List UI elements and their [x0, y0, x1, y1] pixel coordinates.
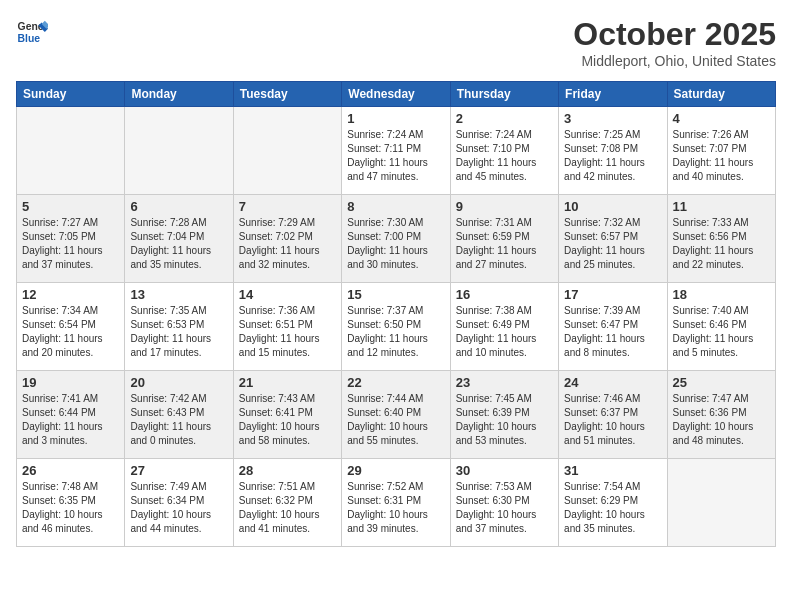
day-number: 1: [347, 111, 444, 126]
day-info: Sunrise: 7:37 AM Sunset: 6:50 PM Dayligh…: [347, 304, 444, 360]
day-info: Sunrise: 7:27 AM Sunset: 7:05 PM Dayligh…: [22, 216, 119, 272]
day-info: Sunrise: 7:35 AM Sunset: 6:53 PM Dayligh…: [130, 304, 227, 360]
day-number: 4: [673, 111, 770, 126]
day-number: 7: [239, 199, 336, 214]
calendar-week-row: 19Sunrise: 7:41 AM Sunset: 6:44 PM Dayli…: [17, 371, 776, 459]
weekday-header-thursday: Thursday: [450, 82, 558, 107]
day-info: Sunrise: 7:34 AM Sunset: 6:54 PM Dayligh…: [22, 304, 119, 360]
day-info: Sunrise: 7:53 AM Sunset: 6:30 PM Dayligh…: [456, 480, 553, 536]
calendar-cell: 19Sunrise: 7:41 AM Sunset: 6:44 PM Dayli…: [17, 371, 125, 459]
logo: General Blue: [16, 16, 48, 48]
calendar-cell: 10Sunrise: 7:32 AM Sunset: 6:57 PM Dayli…: [559, 195, 667, 283]
calendar-cell: 5Sunrise: 7:27 AM Sunset: 7:05 PM Daylig…: [17, 195, 125, 283]
day-info: Sunrise: 7:24 AM Sunset: 7:11 PM Dayligh…: [347, 128, 444, 184]
location: Middleport, Ohio, United States: [573, 53, 776, 69]
day-info: Sunrise: 7:52 AM Sunset: 6:31 PM Dayligh…: [347, 480, 444, 536]
day-number: 30: [456, 463, 553, 478]
day-info: Sunrise: 7:29 AM Sunset: 7:02 PM Dayligh…: [239, 216, 336, 272]
calendar-cell: 8Sunrise: 7:30 AM Sunset: 7:00 PM Daylig…: [342, 195, 450, 283]
day-info: Sunrise: 7:38 AM Sunset: 6:49 PM Dayligh…: [456, 304, 553, 360]
weekday-header-saturday: Saturday: [667, 82, 775, 107]
day-info: Sunrise: 7:26 AM Sunset: 7:07 PM Dayligh…: [673, 128, 770, 184]
weekday-header-row: SundayMondayTuesdayWednesdayThursdayFrid…: [17, 82, 776, 107]
calendar-cell: 30Sunrise: 7:53 AM Sunset: 6:30 PM Dayli…: [450, 459, 558, 547]
day-info: Sunrise: 7:25 AM Sunset: 7:08 PM Dayligh…: [564, 128, 661, 184]
day-number: 2: [456, 111, 553, 126]
calendar-cell: 12Sunrise: 7:34 AM Sunset: 6:54 PM Dayli…: [17, 283, 125, 371]
calendar-cell: 15Sunrise: 7:37 AM Sunset: 6:50 PM Dayli…: [342, 283, 450, 371]
calendar-week-row: 1Sunrise: 7:24 AM Sunset: 7:11 PM Daylig…: [17, 107, 776, 195]
day-number: 18: [673, 287, 770, 302]
calendar-cell: 3Sunrise: 7:25 AM Sunset: 7:08 PM Daylig…: [559, 107, 667, 195]
calendar-cell: [233, 107, 341, 195]
calendar-cell: 24Sunrise: 7:46 AM Sunset: 6:37 PM Dayli…: [559, 371, 667, 459]
calendar-cell: 27Sunrise: 7:49 AM Sunset: 6:34 PM Dayli…: [125, 459, 233, 547]
calendar-cell: [125, 107, 233, 195]
calendar-cell: [17, 107, 125, 195]
day-info: Sunrise: 7:43 AM Sunset: 6:41 PM Dayligh…: [239, 392, 336, 448]
day-info: Sunrise: 7:41 AM Sunset: 6:44 PM Dayligh…: [22, 392, 119, 448]
day-number: 13: [130, 287, 227, 302]
calendar-cell: 17Sunrise: 7:39 AM Sunset: 6:47 PM Dayli…: [559, 283, 667, 371]
weekday-header-wednesday: Wednesday: [342, 82, 450, 107]
day-number: 25: [673, 375, 770, 390]
day-number: 12: [22, 287, 119, 302]
day-info: Sunrise: 7:40 AM Sunset: 6:46 PM Dayligh…: [673, 304, 770, 360]
day-number: 27: [130, 463, 227, 478]
calendar-cell: 6Sunrise: 7:28 AM Sunset: 7:04 PM Daylig…: [125, 195, 233, 283]
day-info: Sunrise: 7:47 AM Sunset: 6:36 PM Dayligh…: [673, 392, 770, 448]
day-number: 23: [456, 375, 553, 390]
day-number: 16: [456, 287, 553, 302]
svg-text:Blue: Blue: [18, 33, 41, 44]
day-info: Sunrise: 7:32 AM Sunset: 6:57 PM Dayligh…: [564, 216, 661, 272]
calendar-cell: 1Sunrise: 7:24 AM Sunset: 7:11 PM Daylig…: [342, 107, 450, 195]
day-number: 14: [239, 287, 336, 302]
day-info: Sunrise: 7:28 AM Sunset: 7:04 PM Dayligh…: [130, 216, 227, 272]
calendar-cell: 28Sunrise: 7:51 AM Sunset: 6:32 PM Dayli…: [233, 459, 341, 547]
day-number: 29: [347, 463, 444, 478]
calendar-cell: 2Sunrise: 7:24 AM Sunset: 7:10 PM Daylig…: [450, 107, 558, 195]
day-number: 17: [564, 287, 661, 302]
day-info: Sunrise: 7:42 AM Sunset: 6:43 PM Dayligh…: [130, 392, 227, 448]
calendar-cell: 20Sunrise: 7:42 AM Sunset: 6:43 PM Dayli…: [125, 371, 233, 459]
day-number: 6: [130, 199, 227, 214]
day-number: 3: [564, 111, 661, 126]
day-number: 11: [673, 199, 770, 214]
calendar-week-row: 5Sunrise: 7:27 AM Sunset: 7:05 PM Daylig…: [17, 195, 776, 283]
day-info: Sunrise: 7:33 AM Sunset: 6:56 PM Dayligh…: [673, 216, 770, 272]
calendar-cell: 14Sunrise: 7:36 AM Sunset: 6:51 PM Dayli…: [233, 283, 341, 371]
day-number: 15: [347, 287, 444, 302]
calendar-cell: 18Sunrise: 7:40 AM Sunset: 6:46 PM Dayli…: [667, 283, 775, 371]
day-number: 24: [564, 375, 661, 390]
weekday-header-friday: Friday: [559, 82, 667, 107]
day-number: 10: [564, 199, 661, 214]
calendar-cell: 31Sunrise: 7:54 AM Sunset: 6:29 PM Dayli…: [559, 459, 667, 547]
day-info: Sunrise: 7:46 AM Sunset: 6:37 PM Dayligh…: [564, 392, 661, 448]
day-number: 26: [22, 463, 119, 478]
day-info: Sunrise: 7:24 AM Sunset: 7:10 PM Dayligh…: [456, 128, 553, 184]
title-block: October 2025 Middleport, Ohio, United St…: [573, 16, 776, 69]
weekday-header-tuesday: Tuesday: [233, 82, 341, 107]
calendar-week-row: 26Sunrise: 7:48 AM Sunset: 6:35 PM Dayli…: [17, 459, 776, 547]
calendar-cell: 7Sunrise: 7:29 AM Sunset: 7:02 PM Daylig…: [233, 195, 341, 283]
page-header: General Blue October 2025 Middleport, Oh…: [16, 16, 776, 69]
month-title: October 2025: [573, 16, 776, 53]
calendar-cell: 16Sunrise: 7:38 AM Sunset: 6:49 PM Dayli…: [450, 283, 558, 371]
day-number: 5: [22, 199, 119, 214]
weekday-header-monday: Monday: [125, 82, 233, 107]
calendar-cell: 29Sunrise: 7:52 AM Sunset: 6:31 PM Dayli…: [342, 459, 450, 547]
day-info: Sunrise: 7:30 AM Sunset: 7:00 PM Dayligh…: [347, 216, 444, 272]
day-info: Sunrise: 7:31 AM Sunset: 6:59 PM Dayligh…: [456, 216, 553, 272]
day-info: Sunrise: 7:45 AM Sunset: 6:39 PM Dayligh…: [456, 392, 553, 448]
day-info: Sunrise: 7:54 AM Sunset: 6:29 PM Dayligh…: [564, 480, 661, 536]
day-info: Sunrise: 7:36 AM Sunset: 6:51 PM Dayligh…: [239, 304, 336, 360]
day-info: Sunrise: 7:44 AM Sunset: 6:40 PM Dayligh…: [347, 392, 444, 448]
day-number: 21: [239, 375, 336, 390]
day-info: Sunrise: 7:39 AM Sunset: 6:47 PM Dayligh…: [564, 304, 661, 360]
calendar-cell: 25Sunrise: 7:47 AM Sunset: 6:36 PM Dayli…: [667, 371, 775, 459]
day-number: 8: [347, 199, 444, 214]
day-info: Sunrise: 7:51 AM Sunset: 6:32 PM Dayligh…: [239, 480, 336, 536]
calendar-week-row: 12Sunrise: 7:34 AM Sunset: 6:54 PM Dayli…: [17, 283, 776, 371]
calendar-cell: 13Sunrise: 7:35 AM Sunset: 6:53 PM Dayli…: [125, 283, 233, 371]
calendar-cell: 23Sunrise: 7:45 AM Sunset: 6:39 PM Dayli…: [450, 371, 558, 459]
